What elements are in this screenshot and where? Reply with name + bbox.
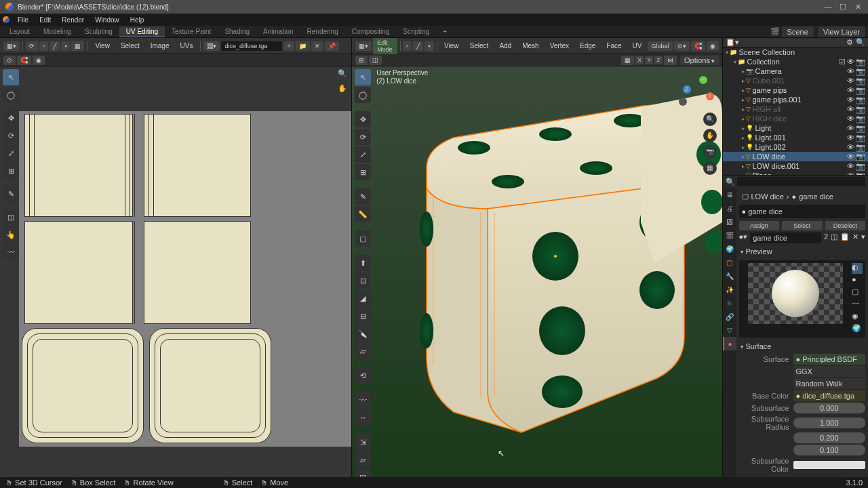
vp-tool-loopcut[interactable]: ⊟ <box>355 308 371 324</box>
uv-image-browse-button[interactable]: 🖼▾ <box>203 41 220 51</box>
preview-sphere-button[interactable]: ● <box>852 275 863 286</box>
vp-tool-knife[interactable]: 🔪 <box>355 325 371 342</box>
props-tab-mesh[interactable]: ▽ <box>723 323 736 337</box>
axis-z-button[interactable]: Z <box>654 56 663 64</box>
vp-tool-add-cube[interactable]: ▢ <box>355 230 371 247</box>
tool-select-circle[interactable]: ◯ <box>3 87 19 103</box>
ssr-3[interactable]: 0.100 <box>793 445 866 455</box>
tool-transform[interactable]: ⊞ <box>3 163 19 179</box>
mat-nodes-button[interactable]: ▾ <box>861 232 865 243</box>
vp-tool-extrude[interactable]: ⬆ <box>355 255 371 271</box>
xray-button[interactable]: ◫ <box>369 56 382 65</box>
vp-menu-uv[interactable]: UV <box>629 41 646 51</box>
mat-browse-button[interactable]: ●▾ <box>739 232 748 243</box>
vp-tool-smooth[interactable]: 〰 <box>355 392 371 408</box>
viewlayer-selector[interactable]: View Layer <box>818 26 865 37</box>
outliner-search-icon[interactable]: 🔍 <box>856 38 865 47</box>
vp-tool-cursor[interactable]: ◯ <box>355 87 371 103</box>
gizmo-y[interactable]: Y <box>699 76 707 84</box>
vp-menu-edge[interactable]: Edge <box>576 41 599 51</box>
props-body[interactable]: ▢LOW dice›●game dice ● game dice Assign … <box>736 188 869 477</box>
tab-rendering[interactable]: Rendering <box>300 26 345 37</box>
props-tab-render[interactable]: 🖥 <box>723 188 736 201</box>
tool-scale[interactable]: ⤢ <box>3 145 19 161</box>
vp-tool-inset[interactable]: ⊡ <box>355 272 371 289</box>
vp-tool-measure[interactable]: 📏 <box>355 206 371 222</box>
uv-menu-uvs[interactable]: UVs <box>176 41 197 51</box>
tool-move[interactable]: ✥ <box>3 110 19 126</box>
preview-shader-button[interactable]: ◉ <box>852 312 863 323</box>
tab-layout[interactable]: Layout <box>3 26 37 37</box>
assign-button[interactable]: Assign <box>739 221 780 230</box>
props-tab-physics[interactable]: ⚛ <box>723 296 736 310</box>
outliner-item[interactable]: ▸▽game pips.001👁📷 <box>723 95 869 104</box>
vp-tool-polybuild[interactable]: ▱ <box>355 343 371 359</box>
select-button[interactable]: Select <box>782 221 823 230</box>
outliner-item[interactable]: ▸▽game pips👁📷 <box>723 85 869 95</box>
props-tab-scene[interactable]: 🎬 <box>723 228 736 242</box>
uv-snap-button[interactable]: 🧲 <box>17 56 31 65</box>
uv-image-name[interactable]: dice_diffuse.tga <box>221 41 282 51</box>
outliner-item[interactable]: ▸▽Plane👁📷 <box>723 171 869 176</box>
mat-new-button[interactable]: ◫ <box>831 232 837 243</box>
ssr-1[interactable]: 1.000 <box>793 418 866 428</box>
vp-tool-transform[interactable]: ⊞ <box>355 164 371 180</box>
surface-header[interactable]: ▾Surface <box>739 340 866 352</box>
outliner-item[interactable]: ▸▽HIGH dice👁📷 <box>723 114 869 123</box>
scene-selector[interactable]: Scene <box>782 26 814 37</box>
material-slot[interactable]: ● game dice <box>739 205 866 218</box>
propedit-button[interactable]: ◉ <box>707 41 719 51</box>
tool-rip[interactable]: ◫ <box>3 209 19 225</box>
props-tab-modifiers[interactable]: 🔧 <box>723 269 736 283</box>
snap-button[interactable]: 🧲 <box>691 41 705 51</box>
outliner-item[interactable]: ▸▽LOW dice👁📷 <box>723 152 869 161</box>
deselect-button[interactable]: Deselect <box>825 221 866 230</box>
outliner-item[interactable]: ▸💡Light.002👁📷 <box>723 142 869 152</box>
close-button[interactable]: ✕ <box>853 3 863 12</box>
tab-shading[interactable]: Shading <box>218 26 256 37</box>
vp-tool-move[interactable]: ✥ <box>355 111 371 127</box>
outliner-item[interactable]: ▸💡Light.001👁📷 <box>723 133 869 142</box>
vp-tool-rip[interactable]: ◫ <box>355 469 371 477</box>
uv-pin-button[interactable]: 📌 <box>325 41 339 51</box>
uv-pivot-button[interactable]: ⊙ <box>3 56 16 65</box>
props-tab-particles[interactable]: ✨ <box>723 283 736 296</box>
uv-open-button[interactable]: 📁 <box>296 41 310 51</box>
uv-sel-face-button[interactable]: ▪ <box>61 41 70 51</box>
outliner-item[interactable]: ▸▽Cube.001👁📷 <box>723 76 869 85</box>
vp-tool-spin[interactable]: ⟲ <box>355 367 371 384</box>
uv-menu-view[interactable]: View <box>91 41 114 51</box>
mat-users[interactable]: 2 <box>824 232 828 243</box>
vp-menu-vertex[interactable]: Vertex <box>546 41 573 51</box>
tab-uv-editing[interactable]: UV Editing <box>119 26 165 37</box>
vp-tool-shrink[interactable]: ⇲ <box>355 434 371 450</box>
mode-selector[interactable]: Edit Mode <box>373 38 397 54</box>
menu-edit[interactable]: Edit <box>34 15 56 25</box>
ssc-color[interactable] <box>793 461 866 469</box>
sel-face-button[interactable]: ▪ <box>425 41 433 51</box>
zoom-icon[interactable]: 🔍 <box>703 113 717 126</box>
outliner-item[interactable]: ▸▽LOW dice.001👁📷 <box>723 161 869 171</box>
props-tab-world[interactable]: 🌍 <box>723 242 736 256</box>
mat-name-field[interactable]: game dice <box>750 232 821 243</box>
uv-menu-select[interactable]: Select <box>117 41 144 51</box>
props-tab-material[interactable]: ● <box>723 337 736 350</box>
menu-render[interactable]: Render <box>56 15 90 25</box>
outliner-editor-button[interactable]: 📋▾ <box>726 38 739 47</box>
options-dropdown[interactable]: Options ▾ <box>680 56 719 65</box>
base-color-field[interactable]: ● dice_diffuse.tga <box>793 390 866 401</box>
outliner-search-input[interactable] <box>737 177 866 186</box>
outliner-item[interactable]: ▸▽HIGH all👁📷 <box>723 104 869 114</box>
tool-relax[interactable]: 〰 <box>3 244 19 260</box>
nav-gizmo[interactable]: X Y Z <box>679 72 717 110</box>
outliner-item[interactable]: ▸📷Camera👁📷 <box>723 66 869 76</box>
tab-sculpting[interactable]: Sculpting <box>78 26 119 37</box>
tab-modeling[interactable]: Modeling <box>37 26 78 37</box>
tab-scripting[interactable]: Scripting <box>396 26 436 37</box>
outliner[interactable]: ▾📁Scene Collection ▾📁Collection☑👁📷 ▸📷Cam… <box>723 47 869 176</box>
vp-menu-select[interactable]: Select <box>466 41 493 51</box>
vp-menu-add[interactable]: Add <box>495 41 515 51</box>
vp-tool-bevel[interactable]: ◢ <box>355 290 371 306</box>
preview-cube-button[interactable]: ▢ <box>852 287 863 298</box>
tool-grab[interactable]: 👆 <box>3 226 19 243</box>
